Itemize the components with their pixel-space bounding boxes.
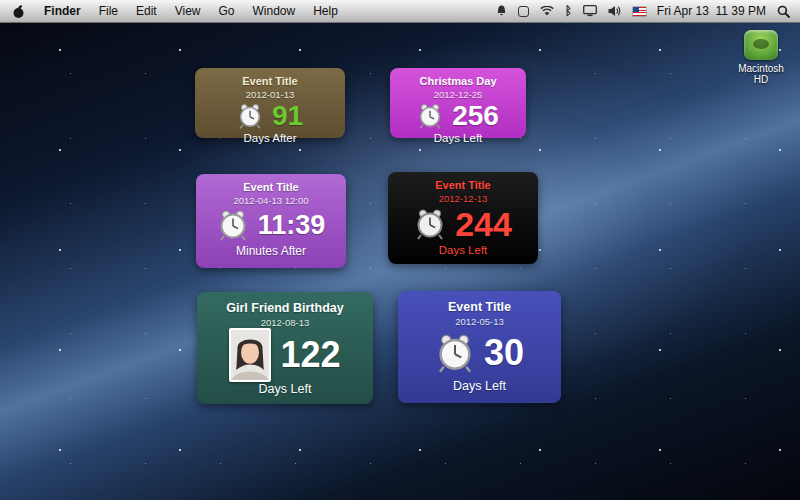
display-icon[interactable] xyxy=(583,5,597,17)
menu-file[interactable]: File xyxy=(90,0,127,22)
countdown-widget-4[interactable]: Event Title 2012-12-13 244 Days Left xyxy=(388,172,538,264)
widget-date: 2012-05-13 xyxy=(455,316,504,327)
menu-edit[interactable]: Edit xyxy=(127,0,166,22)
widget-title: Event Title xyxy=(243,181,298,193)
menu-help[interactable]: Help xyxy=(304,0,347,22)
bell-icon[interactable] xyxy=(496,5,507,17)
widget-date: 2012-12-25 xyxy=(434,89,483,100)
menu-finder[interactable]: Finder xyxy=(35,0,90,22)
countdown-widget-5[interactable]: Girl Friend Birthday 2012-08-13 122 Days… xyxy=(197,292,373,404)
alarm-clock-icon xyxy=(237,103,263,129)
alarm-clock-icon xyxy=(435,333,475,373)
widget-value: 91 xyxy=(272,100,303,132)
widget-value: 30 xyxy=(484,332,524,374)
widget-unit: Minutes After xyxy=(236,244,306,258)
widget-value: 122 xyxy=(280,334,340,376)
input-language-flag-icon[interactable] xyxy=(633,7,646,16)
menu-bar: Finder File Edit View Go Window Help ᛒ F… xyxy=(0,0,800,23)
disk-label-line2: HD xyxy=(754,74,768,85)
countdown-widget-3[interactable]: Event Title 2012-04-13 12:00 11:39 Minut… xyxy=(196,174,346,268)
volume-icon[interactable] xyxy=(608,5,622,17)
spotlight-icon[interactable] xyxy=(777,5,790,18)
widget-unit: Days Left xyxy=(453,379,506,393)
widget-value: 244 xyxy=(455,205,512,244)
apple-logo-icon xyxy=(12,4,25,19)
countdown-widget-1[interactable]: Event Title 2012-01-13 91 Days After xyxy=(195,68,345,138)
desktop-wallpaper: Macintosh HD Event Title 2012-01-13 91 D… xyxy=(0,0,800,500)
apple-menu-icon[interactable] xyxy=(0,0,35,22)
alarm-clock-icon xyxy=(414,208,446,240)
widget-value: 11:39 xyxy=(258,210,326,241)
widget-date: 2012-01-13 xyxy=(246,89,295,100)
widget-title: Girl Friend Birthday xyxy=(226,301,343,315)
widget-unit: Days Left xyxy=(434,132,483,144)
widget-title: Event Title xyxy=(435,179,490,191)
menu-window[interactable]: Window xyxy=(244,0,305,22)
hard-drive-icon xyxy=(744,30,778,60)
widget-unit: Days Left xyxy=(259,382,312,396)
widget-title: Event Title xyxy=(448,300,511,314)
widget-unit: Days Left xyxy=(439,244,488,256)
widget-date: 2012-12-13 xyxy=(439,193,488,204)
portrait-photo xyxy=(229,328,271,382)
alarm-clock-icon xyxy=(217,209,249,241)
wifi-icon[interactable] xyxy=(540,6,554,17)
widget-unit: Days After xyxy=(243,132,296,144)
widget-title: Christmas Day xyxy=(419,75,496,87)
menu-go[interactable]: Go xyxy=(210,0,244,22)
badge-icon[interactable] xyxy=(518,6,529,17)
disk-label-line1: Macintosh xyxy=(738,63,784,74)
countdown-widget-6[interactable]: Event Title 2012-05-13 30 Days Left xyxy=(398,291,561,403)
alarm-clock-icon xyxy=(417,103,443,129)
bluetooth-icon[interactable]: ᛒ xyxy=(565,4,572,18)
menu-clock[interactable]: Fri Apr 13 11 39 PM xyxy=(657,4,766,18)
menu-view[interactable]: View xyxy=(166,0,210,22)
countdown-widget-2[interactable]: Christmas Day 2012-12-25 256 Days Left xyxy=(390,68,526,138)
widget-date: 2012-04-13 12:00 xyxy=(233,195,308,206)
widget-title: Event Title xyxy=(242,75,297,87)
macintosh-hd-volume[interactable]: Macintosh HD xyxy=(728,30,794,85)
disk-label: Macintosh HD xyxy=(728,63,794,85)
widget-value: 256 xyxy=(452,100,499,132)
widget-date: 2012-08-13 xyxy=(261,317,310,328)
